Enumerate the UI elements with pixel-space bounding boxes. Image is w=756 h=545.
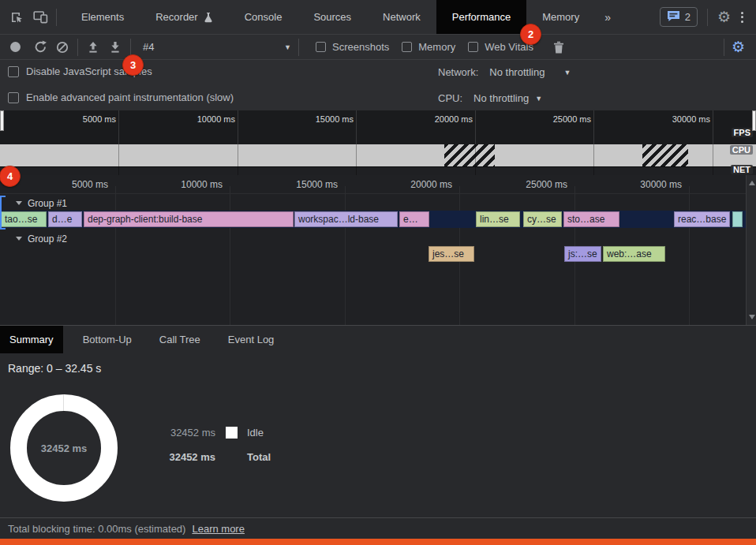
checkbox-screenshots[interactable]: Screenshots [316,41,389,53]
flask-icon [204,12,213,23]
detail-tab-summary[interactable]: Summary [0,326,63,353]
legend-label: Total [247,451,271,463]
save-profile-icon[interactable] [104,37,126,58]
group-1-track: tao…sed…edep-graph-client:build-basework… [0,211,756,228]
flame-bar-d-e[interactable]: d…e [48,211,82,227]
scroll-up-icon[interactable] [749,181,755,185]
flame-bar[interactable] [732,211,743,227]
checkbox-box[interactable] [468,42,478,52]
selection-bracket [0,196,6,230]
tab-label: Elements [81,11,124,23]
recording-session-select[interactable]: #4 ▼ [143,41,291,53]
flame-bar-e[interactable]: e… [399,211,429,227]
detail-tab-bottom-up[interactable]: Bottom-Up [73,326,141,353]
overview-tick-label: 10000 ms [197,114,235,124]
legend-row-total: 32452 ms Total [154,445,271,469]
overview-gridline [356,144,357,175]
legend-value: 32452 ms [154,427,215,439]
clear-recordings-icon[interactable] [51,37,73,58]
cpu-throttling-select[interactable]: CPU: No throttling ▼ [438,92,542,104]
tab-network[interactable]: Network [367,0,436,34]
overview-right-handle[interactable] [752,110,756,131]
learn-more-link[interactable]: Learn more [192,523,244,535]
flame-bar-workspac-ld-base[interactable]: workspac…ld-base [294,211,398,227]
tab-sources[interactable]: Sources [298,0,367,34]
toolbar-separator [298,39,299,56]
overview-gridline [356,110,357,144]
panel-tabs: ElementsRecorderConsoleSourcesNetworkPer… [65,0,595,34]
toolbar-separator [77,39,78,56]
tab-performance[interactable]: Performance [436,0,526,34]
more-tabs-button[interactable]: » [595,11,620,24]
overview-tick-label: 25000 ms [553,114,591,124]
settings-gear-icon[interactable]: ⚙ [717,9,731,24]
checkbox-box[interactable] [402,42,412,52]
flame-bar-sto-ase[interactable]: sto…ase [563,211,619,227]
chevron-down-icon: ▼ [535,95,542,103]
overview-tick-label: 15000 ms [316,114,354,124]
flame-bar-jes-se[interactable]: jes…se [429,246,474,262]
ruler-tick-label: 20000 ms [410,179,452,190]
ruler-tick-label: 15000 ms [296,179,338,190]
delete-recording-icon[interactable] [548,37,570,58]
flamechart-ruler: 5000 ms10000 ms15000 ms20000 ms25000 ms3… [0,175,756,194]
console-messages-pill[interactable]: 2 [660,7,698,27]
checkbox-memory[interactable]: Memory [402,41,455,53]
advanced-paint-checkbox[interactable]: Enable advanced paint instrumentation (s… [8,91,234,103]
legend-label: Idle [247,427,264,439]
total-blocking-time-text: Total blocking time: 0.00ms (estimated) [8,523,185,535]
tab-recorder[interactable]: Recorder [140,0,228,34]
flame-bar-reac-base[interactable]: reac…base [674,211,730,227]
flame-bar-dep-graph-client-build-base[interactable]: dep-graph-client:build-base [84,211,294,227]
tab-elements[interactable]: Elements [65,0,140,34]
message-count: 2 [685,11,691,23]
record-button[interactable] [10,42,21,52]
overview-tick-label: 20000 ms [435,114,473,124]
checkbox-box[interactable] [8,66,19,77]
detail-tabs: SummaryBottom-UpCall TreeEvent Log [0,325,756,353]
capture-settings-pane: Disable JavaScript samples Enable advanc… [0,60,756,110]
legend-value: 32452 ms [154,451,215,463]
inspect-element-icon[interactable] [5,6,28,29]
network-label: Network: [438,66,478,78]
timeline-overview[interactable]: FPS CPU NET 5000 ms10000 ms15000 ms20000… [0,110,756,175]
scroll-down-icon[interactable] [749,315,755,319]
flame-bar-lin-se[interactable]: lin…se [476,211,520,227]
overview-gridline [118,110,119,144]
kebab-menu-icon[interactable] [736,9,748,26]
reload-and-record-icon[interactable] [29,37,51,58]
checkbox-box[interactable] [316,42,326,52]
flame-bar-web-ase[interactable]: web:…ase [603,246,665,262]
tab-console[interactable]: Console [229,0,298,34]
tab-label: Memory [542,11,579,23]
overview-tick-label: 30000 ms [672,114,710,124]
load-profile-icon[interactable] [82,37,104,58]
flame-bar-js-se[interactable]: js:…se [564,246,601,262]
detail-tab-call-tree[interactable]: Call Tree [150,326,210,353]
network-throttling-select[interactable]: Network: No throttling ▼ [438,66,571,78]
group-2-header[interactable]: Group #2 [0,231,756,246]
group-1-header[interactable]: Group #1 [0,196,756,211]
overview-gridline [475,110,476,144]
overview-left-handle[interactable] [0,110,4,131]
performance-toolbar: #4 ▼ ScreenshotsMemoryWeb Vitals ⚙ [0,35,756,60]
ruler-tick-label: 5000 ms [72,179,108,190]
flamechart[interactable]: Group #1 tao…sed…edep-graph-client:build… [0,194,756,325]
tab-label: Recorder [155,11,197,23]
tabbar-right-cluster: 2 ⚙ [660,7,756,27]
flame-bar-tao-se[interactable]: tao…se [1,211,47,227]
tabbar-separator [56,9,57,26]
group-label: Group #2 [28,233,67,245]
detail-tab-event-log[interactable]: Event Log [219,326,284,353]
group-label: Group #1 [28,198,67,209]
flame-bar-cy-se[interactable]: cy…se [523,211,562,227]
checkbox-label: Enable advanced paint instrumentation (s… [26,91,234,103]
capture-settings-gear-icon[interactable]: ⚙ [728,39,748,54]
range-text: Range: 0 – 32.45 s [8,362,101,375]
flamechart-scrollbar[interactable] [746,175,756,325]
checkbox-box[interactable] [8,92,19,103]
device-toolbar-icon[interactable] [28,6,52,29]
ruler-tick-label: 25000 ms [526,179,567,190]
tabbar-separator [707,9,708,26]
net-lane-label: NET [731,165,753,174]
